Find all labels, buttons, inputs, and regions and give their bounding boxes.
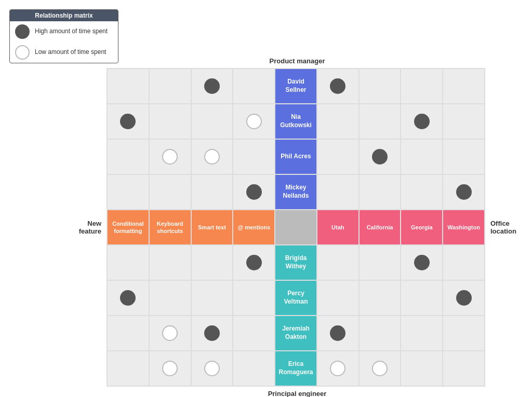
- filled-dot: [456, 290, 472, 306]
- cell-r3-c3: [233, 174, 275, 210]
- pm-name-cell: Mickey Neilands: [275, 174, 317, 210]
- cell-r0-c3: [233, 69, 275, 104]
- cell-r2-c8: [443, 139, 485, 174]
- cell-r2-c2: [191, 139, 233, 174]
- matrix-container: Product manager New feature David Sellne…: [68, 57, 527, 376]
- cell-r7-c7: [401, 316, 443, 351]
- cell-r1-c2: [191, 104, 233, 139]
- pm-name-cell: Erica Romaguera: [275, 351, 317, 386]
- filled-dot: [414, 255, 430, 270]
- cell-r2-c6: [359, 139, 401, 174]
- empty-dot: [162, 149, 178, 165]
- cell-r0-c0: [107, 69, 149, 104]
- cell-r5-c2: [191, 245, 233, 280]
- filled-dot: [120, 290, 136, 306]
- feature-cell: @ mentions: [233, 210, 275, 245]
- low-amount-label: Low amount of time spent: [35, 48, 106, 57]
- filled-dot: [246, 255, 262, 270]
- cell-r1-c0: [107, 104, 149, 139]
- cell-r6-c7: [401, 280, 443, 316]
- cell-r6-c6: [359, 280, 401, 316]
- cell-r8-c0: [107, 351, 149, 386]
- cell-r6-c5: [317, 280, 359, 316]
- legend-item-high: High amount of time spent: [10, 21, 118, 42]
- cell-r3-c2: [191, 174, 233, 210]
- cell-r5-c8: [443, 245, 485, 280]
- cell-r3-c1: [149, 174, 191, 210]
- cell-r3-c0: [107, 174, 149, 210]
- cell-r0-c5: [317, 69, 359, 104]
- axis-left-label: New feature: [68, 68, 107, 387]
- cell-r1-c6: [359, 104, 401, 139]
- cell-r1-c8: [443, 104, 485, 139]
- cell-r3-c6: [359, 174, 401, 210]
- cell-r2-c0: [107, 139, 149, 174]
- cell-r8-c2: [191, 351, 233, 386]
- cell-r6-c3: [233, 280, 275, 316]
- cell-r2-c1: [149, 139, 191, 174]
- cell-r8-c6: [359, 351, 401, 386]
- empty-dot: [204, 361, 220, 376]
- office-cell: Washington: [443, 210, 485, 245]
- filled-dot: [204, 325, 220, 341]
- feature-cell: Conditional formatting: [107, 210, 149, 245]
- cell-r2-c5: [317, 139, 359, 174]
- feature-cell: Keyboard shortcuts: [149, 210, 191, 245]
- cell-r6-c1: [149, 280, 191, 316]
- empty-dot: [162, 361, 178, 376]
- cell-r0-c6: [359, 69, 401, 104]
- legend-title: Relationship matrix: [10, 10, 118, 21]
- cell-r6-c2: [191, 280, 233, 316]
- cell-r1-c3: [233, 104, 275, 139]
- cell-r4-c4: [275, 210, 317, 245]
- cell-r2-c3: [233, 139, 275, 174]
- cell-r7-c8: [443, 316, 485, 351]
- cell-r6-c8: [443, 280, 485, 316]
- cell-r5-c6: [359, 245, 401, 280]
- cell-r0-c1: [149, 69, 191, 104]
- cell-r1-c1: [149, 104, 191, 139]
- cell-r8-c8: [443, 351, 485, 386]
- cell-r1-c7: [401, 104, 443, 139]
- empty-dot: [204, 149, 220, 165]
- high-amount-label: High amount of time spent: [35, 28, 108, 36]
- axis-top-label: Product manager: [68, 57, 527, 65]
- cell-r0-c2: [191, 69, 233, 104]
- cell-r8-c1: [149, 351, 191, 386]
- cell-r3-c8: [443, 174, 485, 210]
- cell-r8-c5: [317, 351, 359, 386]
- cell-r3-c5: [317, 174, 359, 210]
- cell-r3-c7: [401, 174, 443, 210]
- cell-r7-c1: [149, 316, 191, 351]
- cell-r7-c2: [191, 316, 233, 351]
- filled-dot: [204, 78, 220, 94]
- cell-r0-c7: [401, 69, 443, 104]
- empty-dot: [162, 325, 178, 341]
- cell-r7-c5: [317, 316, 359, 351]
- filled-dot: [246, 184, 262, 200]
- cell-r7-c3: [233, 316, 275, 351]
- pm-name-cell: Phil Acres: [275, 139, 317, 174]
- cell-r5-c7: [401, 245, 443, 280]
- cell-r5-c5: [317, 245, 359, 280]
- legend-box: Relationship matrix High amount of time …: [9, 9, 118, 63]
- filled-dot: [330, 78, 345, 94]
- cell-r1-c5: [317, 104, 359, 139]
- feature-cell: Smart text: [191, 210, 233, 245]
- pm-name-cell: David Sellner: [275, 69, 317, 104]
- cell-r7-c0: [107, 316, 149, 351]
- cell-r0-c8: [443, 69, 485, 104]
- axis-right-label: Office location: [485, 68, 527, 387]
- high-amount-icon: [15, 24, 30, 39]
- empty-dot: [330, 361, 345, 376]
- pm-name-cell: Percy Veltman: [275, 280, 317, 316]
- matrix-body: New feature David SellnerNia GutkowskiPh…: [68, 68, 527, 387]
- empty-dot: [246, 114, 262, 129]
- filled-dot: [372, 149, 388, 165]
- cell-r6-c0: [107, 280, 149, 316]
- matrix-grid: David SellnerNia GutkowskiPhil AcresMick…: [107, 68, 485, 387]
- pm-name-cell: Nia Gutkowski: [275, 104, 317, 139]
- office-cell: California: [359, 210, 401, 245]
- empty-dot: [372, 361, 388, 376]
- filled-dot: [456, 184, 472, 200]
